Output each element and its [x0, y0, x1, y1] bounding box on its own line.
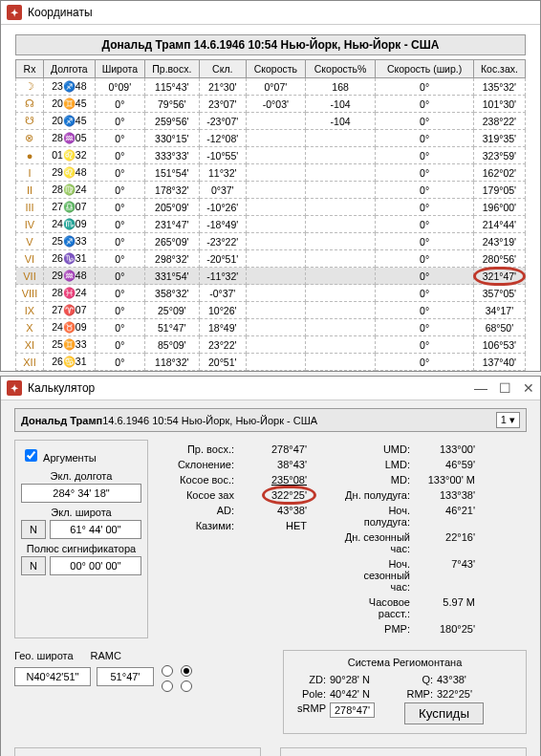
calc-titlebar[interactable]: ✦ Калькулятор — ☐ ✕ — [1, 377, 540, 400]
ecliptic-point-panel: Точка эклиптики — [14, 747, 261, 756]
coords-table: RxДолготаШиротаПр.восх.Скл.СкоростьСкоро… — [15, 59, 526, 371]
row-symbol: ☽ — [16, 78, 44, 96]
pole-sig-label: Полюс сигнификатора — [21, 543, 141, 554]
calc-banner: Дональд Трамп 14.6.1946 10:54 Нью-Йорк, … — [14, 408, 527, 432]
table-row[interactable]: I29♌480°151°54'11°32'0°162°02' — [16, 164, 526, 182]
col-header[interactable]: Долгота — [43, 60, 95, 78]
radio-2[interactable] — [181, 665, 192, 677]
row-symbol: VII — [16, 268, 44, 285]
table-row[interactable]: IX27♈070°25°09'10°26'0°34°17' — [16, 302, 526, 319]
ramc-input[interactable] — [97, 667, 154, 686]
ecl-lng-label: Экл. долгота — [21, 470, 141, 482]
chart-select-dropdown[interactable]: 1 ▾ — [496, 412, 520, 428]
ecl-lat-input[interactable] — [50, 520, 141, 539]
table-row[interactable]: VIII28♓240°358°32'-0°37'0°357°05' — [16, 285, 526, 302]
col-header[interactable]: Скорость (шир.) — [376, 60, 474, 78]
coords-banner: Дональд Трамп 14.6.1946 10:54 Нью-Йорк, … — [15, 34, 526, 55]
cusps-button[interactable]: Куспиды — [404, 702, 484, 724]
row-symbol: XI — [16, 336, 44, 354]
radio-group[interactable] — [162, 650, 196, 734]
row-symbol: VI — [16, 250, 44, 268]
row-symbol: VIII — [16, 285, 44, 302]
col-header[interactable]: Широта — [95, 60, 144, 78]
row-symbol: I — [16, 164, 44, 182]
regiomontanus-panel: Система Региомонтана ZD:90°28' N Q:43°38… — [283, 650, 527, 734]
table-row[interactable]: ⊗28♒050°330°15'-12°08'0°319°35' — [16, 130, 526, 147]
table-row[interactable]: XI25♊330°85°09'23°22'0°106°53' — [16, 336, 526, 354]
calc-right-values: UMD:133°00' LMD:46°59' MD:133°00' M Дн. … — [341, 440, 475, 638]
table-row[interactable]: ☊20♊450°79°56'23°07'-0°03'-1040°101°30' — [16, 96, 526, 113]
col-header[interactable]: Rx — [16, 60, 44, 78]
row-symbol: ⊗ — [16, 130, 44, 147]
table-row[interactable]: ●01♌320°333°33'-10°55'0°323°59' — [16, 147, 526, 164]
radio-3[interactable] — [162, 680, 173, 692]
decimal-degrees-panel: Десятичные <-> Градусы — [280, 747, 527, 756]
geo-lat-input[interactable] — [14, 667, 91, 686]
calculator-window: ✦ Калькулятор — ☐ ✕ Дональд Трамп 14.6.1… — [0, 376, 541, 756]
coords-titlebar[interactable]: ✦ Координаты — [1, 1, 540, 25]
radio-4[interactable] — [181, 680, 192, 692]
col-header[interactable]: Пр.восх. — [144, 60, 199, 78]
ecl-lng-input[interactable] — [21, 484, 141, 503]
geo-panel: Гео. широта RAMC — [14, 650, 154, 734]
table-row[interactable]: ☽23♐480°09'115°43'21°30'0°07'1680°135°32… — [16, 78, 526, 96]
table-row[interactable]: IV24♏090°231°47'-18°49'0°214°44' — [16, 216, 526, 233]
arguments-panel: Аргументы Экл. долгота Экл. широта N Пол… — [14, 440, 148, 638]
calc-mid-values: Пр. восх.:278°47' Склонение:38°43' Косое… — [154, 440, 335, 638]
col-header[interactable]: Скорость — [246, 60, 305, 78]
table-row[interactable]: V25♐330°265°09'-23°22'0°243°19' — [16, 233, 526, 250]
col-header[interactable]: Кос.зах. — [473, 60, 525, 78]
row-symbol: IV — [16, 216, 44, 233]
close-icon[interactable]: ✕ — [523, 380, 534, 396]
table-row[interactable]: II28♍240°178°32'0°37'0°179°05' — [16, 182, 526, 199]
table-row[interactable]: XII26♋310°118°32'20°51'0°137°40' — [16, 354, 526, 371]
radio-1[interactable] — [162, 665, 173, 677]
row-symbol: ● — [16, 147, 44, 164]
arguments-checkbox[interactable]: Аргументы — [21, 446, 141, 464]
ecl-lat-n-button[interactable]: N — [21, 520, 46, 539]
row-symbol: X — [16, 319, 44, 336]
row-symbol: ☊ — [16, 96, 44, 113]
app-icon: ✦ — [7, 5, 22, 20]
calc-banner-name: Дональд Трамп — [21, 415, 102, 426]
table-row[interactable]: III27♎070°205°09'-10°26'0°196°00' — [16, 199, 526, 216]
table-row[interactable]: ☋20♐450°259°56'-23°07'-1040°238°22' — [16, 113, 526, 130]
app-icon: ✦ — [7, 380, 22, 396]
calc-title: Калькулятор — [28, 381, 95, 395]
row-symbol: ☋ — [16, 113, 44, 130]
coords-title: Координаты — [28, 6, 93, 19]
kosoe-zah-value: 322°25' — [271, 489, 307, 501]
highlighted-value: 321°47' — [483, 270, 516, 282]
row-symbol: II — [16, 182, 44, 199]
calc-banner-rest: 14.6.1946 10:54 Нью-Йорк, Нью-Йорк - США — [102, 415, 317, 426]
row-symbol: IX — [16, 302, 44, 319]
minimize-icon[interactable]: — — [474, 380, 487, 396]
table-row[interactable]: VII29♒480°331°54'-11°32'0°321°47' — [16, 268, 526, 285]
col-header[interactable]: Скл. — [199, 60, 246, 78]
coordinates-window: ✦ Координаты Дональд Трамп 14.6.1946 10:… — [0, 0, 541, 372]
maximize-icon[interactable]: ☐ — [499, 380, 511, 396]
table-row[interactable]: VI26♑310°298°32'-20°51'0°280°56' — [16, 250, 526, 268]
pole-n-button[interactable]: N — [21, 556, 46, 575]
row-symbol: V — [16, 233, 44, 250]
pole-input[interactable] — [50, 556, 141, 575]
table-row[interactable]: X24♉090°51°47'18°49'0°68°50' — [16, 319, 526, 336]
row-symbol: XII — [16, 354, 44, 371]
arguments-checkbox-input[interactable] — [25, 449, 37, 462]
col-header[interactable]: Скорость% — [305, 60, 375, 78]
srmp-input[interactable]: 278°47' — [330, 702, 375, 718]
ecl-lat-label: Экл. широта — [21, 507, 141, 518]
row-symbol: III — [16, 199, 44, 216]
